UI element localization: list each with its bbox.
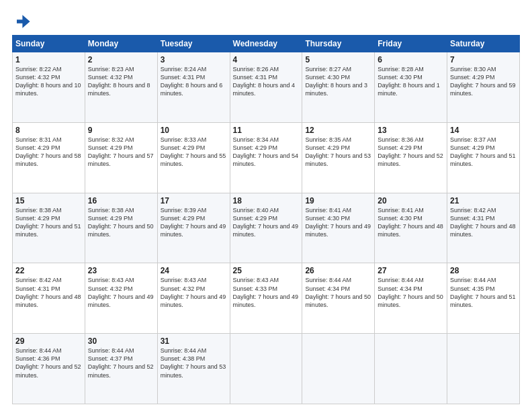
day-cell: 2Sunrise: 8:23 AMSunset: 4:32 PMDaylight… — [85, 52, 157, 123]
day-cell: 29Sunrise: 8:44 AMSunset: 4:36 PMDayligh… — [13, 334, 85, 404]
day-info: Sunrise: 8:42 AMSunset: 4:31 PMDaylight:… — [450, 206, 517, 239]
day-info: Sunrise: 8:44 AMSunset: 4:37 PMDaylight:… — [88, 347, 154, 379]
day-info: Sunrise: 8:32 AMSunset: 4:29 PMDaylight:… — [88, 136, 154, 169]
day-number: 30 — [88, 336, 154, 346]
col-header-thursday: Thursday — [302, 36, 375, 52]
day-cell: 27Sunrise: 8:44 AMSunset: 4:34 PMDayligh… — [375, 263, 447, 334]
header-row: SundayMondayTuesdayWednesdayThursdayFrid… — [13, 36, 520, 52]
col-header-tuesday: Tuesday — [157, 36, 230, 52]
day-cell: 26Sunrise: 8:44 AMSunset: 4:34 PMDayligh… — [302, 263, 375, 334]
day-info: Sunrise: 8:36 AMSunset: 4:29 PMDaylight:… — [378, 136, 444, 169]
day-info: Sunrise: 8:44 AMSunset: 4:36 PMDaylight:… — [15, 347, 82, 379]
day-cell: 3Sunrise: 8:24 AMSunset: 4:31 PMDaylight… — [157, 52, 230, 123]
day-cell: 21Sunrise: 8:42 AMSunset: 4:31 PMDayligh… — [447, 193, 520, 263]
day-number: 28 — [450, 266, 517, 275]
day-info: Sunrise: 8:34 AMSunset: 4:29 PMDaylight:… — [233, 136, 300, 169]
day-info: Sunrise: 8:33 AMSunset: 4:29 PMDaylight:… — [161, 136, 227, 169]
day-cell: 14Sunrise: 8:37 AMSunset: 4:29 PMDayligh… — [447, 122, 520, 193]
day-cell: 8Sunrise: 8:31 AMSunset: 4:29 PMDaylight… — [13, 122, 85, 193]
col-header-monday: Monday — [85, 36, 157, 52]
day-number: 20 — [378, 196, 444, 205]
day-number: 8 — [15, 126, 82, 135]
day-number: 1 — [15, 55, 82, 64]
day-cell: 22Sunrise: 8:42 AMSunset: 4:31 PMDayligh… — [13, 263, 85, 334]
day-info: Sunrise: 8:42 AMSunset: 4:31 PMDaylight:… — [15, 276, 82, 309]
week-row-2: 8Sunrise: 8:31 AMSunset: 4:29 PMDaylight… — [13, 122, 520, 193]
day-number: 12 — [305, 126, 371, 135]
day-number: 7 — [450, 55, 517, 64]
day-cell: 20Sunrise: 8:41 AMSunset: 4:30 PMDayligh… — [375, 193, 447, 263]
day-info: Sunrise: 8:43 AMSunset: 4:33 PMDaylight:… — [233, 276, 300, 309]
day-cell: 7Sunrise: 8:30 AMSunset: 4:29 PMDaylight… — [447, 52, 520, 123]
col-header-saturday: Saturday — [447, 36, 520, 52]
calendar-table: SundayMondayTuesdayWednesdayThursdayFrid… — [12, 35, 520, 404]
day-number: 24 — [161, 266, 227, 275]
day-cell: 4Sunrise: 8:26 AMSunset: 4:31 PMDaylight… — [230, 52, 302, 123]
day-cell: 23Sunrise: 8:43 AMSunset: 4:32 PMDayligh… — [85, 263, 157, 334]
col-header-sunday: Sunday — [13, 36, 85, 52]
day-number: 3 — [161, 55, 227, 64]
day-cell: 24Sunrise: 8:43 AMSunset: 4:32 PMDayligh… — [157, 263, 230, 334]
day-cell: 11Sunrise: 8:34 AMSunset: 4:29 PMDayligh… — [230, 122, 302, 193]
day-cell: 17Sunrise: 8:39 AMSunset: 4:29 PMDayligh… — [157, 193, 230, 263]
day-number: 13 — [378, 126, 444, 135]
day-info: Sunrise: 8:43 AMSunset: 4:32 PMDaylight:… — [161, 276, 227, 309]
day-cell: 28Sunrise: 8:44 AMSunset: 4:35 PMDayligh… — [447, 263, 520, 334]
day-cell: 12Sunrise: 8:35 AMSunset: 4:29 PMDayligh… — [302, 122, 375, 193]
day-number: 19 — [305, 196, 371, 205]
day-number: 10 — [161, 126, 227, 135]
day-number: 17 — [161, 196, 227, 205]
day-info: Sunrise: 8:31 AMSunset: 4:29 PMDaylight:… — [15, 136, 82, 169]
day-cell: 30Sunrise: 8:44 AMSunset: 4:37 PMDayligh… — [85, 334, 157, 404]
logo — [12, 12, 34, 31]
day-cell: 6Sunrise: 8:28 AMSunset: 4:30 PMDaylight… — [375, 52, 447, 123]
week-row-4: 22Sunrise: 8:42 AMSunset: 4:31 PMDayligh… — [13, 263, 520, 334]
day-cell — [375, 334, 447, 404]
day-number: 16 — [88, 196, 154, 205]
day-info: Sunrise: 8:38 AMSunset: 4:29 PMDaylight:… — [88, 206, 154, 239]
day-cell — [230, 334, 302, 404]
day-info: Sunrise: 8:40 AMSunset: 4:29 PMDaylight:… — [233, 206, 300, 239]
day-cell: 9Sunrise: 8:32 AMSunset: 4:29 PMDaylight… — [85, 122, 157, 193]
day-cell: 31Sunrise: 8:44 AMSunset: 4:38 PMDayligh… — [157, 334, 230, 404]
day-info: Sunrise: 8:27 AMSunset: 4:30 PMDaylight:… — [305, 65, 371, 98]
day-number: 18 — [233, 196, 300, 205]
day-number: 6 — [378, 55, 444, 64]
svg-marker-0 — [17, 15, 30, 28]
day-number: 9 — [88, 126, 154, 135]
day-cell: 1Sunrise: 8:22 AMSunset: 4:32 PMDaylight… — [13, 52, 85, 123]
header — [12, 12, 520, 31]
day-info: Sunrise: 8:41 AMSunset: 4:30 PMDaylight:… — [305, 206, 371, 239]
day-cell: 25Sunrise: 8:43 AMSunset: 4:33 PMDayligh… — [230, 263, 302, 334]
col-header-friday: Friday — [375, 36, 447, 52]
week-row-1: 1Sunrise: 8:22 AMSunset: 4:32 PMDaylight… — [13, 52, 520, 123]
day-number: 27 — [378, 266, 444, 275]
calendar-body: 1Sunrise: 8:22 AMSunset: 4:32 PMDaylight… — [13, 52, 520, 404]
day-info: Sunrise: 8:38 AMSunset: 4:29 PMDaylight:… — [15, 206, 82, 239]
day-number: 23 — [88, 266, 154, 275]
day-info: Sunrise: 8:41 AMSunset: 4:30 PMDaylight:… — [378, 206, 444, 239]
day-cell: 18Sunrise: 8:40 AMSunset: 4:29 PMDayligh… — [230, 193, 302, 263]
day-number: 2 — [88, 55, 154, 64]
day-cell: 16Sunrise: 8:38 AMSunset: 4:29 PMDayligh… — [85, 193, 157, 263]
week-row-3: 15Sunrise: 8:38 AMSunset: 4:29 PMDayligh… — [13, 193, 520, 263]
day-info: Sunrise: 8:44 AMSunset: 4:35 PMDaylight:… — [450, 276, 517, 309]
page: SundayMondayTuesdayWednesdayThursdayFrid… — [0, 0, 532, 411]
day-cell: 5Sunrise: 8:27 AMSunset: 4:30 PMDaylight… — [302, 52, 375, 123]
day-info: Sunrise: 8:22 AMSunset: 4:32 PMDaylight:… — [15, 65, 82, 98]
day-number: 11 — [233, 126, 300, 135]
col-header-wednesday: Wednesday — [230, 36, 302, 52]
calendar-header: SundayMondayTuesdayWednesdayThursdayFrid… — [13, 36, 520, 52]
day-cell — [447, 334, 520, 404]
day-info: Sunrise: 8:37 AMSunset: 4:29 PMDaylight:… — [450, 136, 517, 169]
day-info: Sunrise: 8:30 AMSunset: 4:29 PMDaylight:… — [450, 65, 517, 98]
day-number: 22 — [15, 266, 82, 275]
day-cell: 13Sunrise: 8:36 AMSunset: 4:29 PMDayligh… — [375, 122, 447, 193]
day-number: 31 — [161, 336, 227, 346]
week-row-5: 29Sunrise: 8:44 AMSunset: 4:36 PMDayligh… — [13, 334, 520, 404]
day-number: 5 — [305, 55, 371, 64]
day-number: 4 — [233, 55, 300, 64]
day-number: 15 — [15, 196, 82, 205]
day-info: Sunrise: 8:39 AMSunset: 4:29 PMDaylight:… — [161, 206, 227, 239]
day-info: Sunrise: 8:35 AMSunset: 4:29 PMDaylight:… — [305, 136, 371, 169]
